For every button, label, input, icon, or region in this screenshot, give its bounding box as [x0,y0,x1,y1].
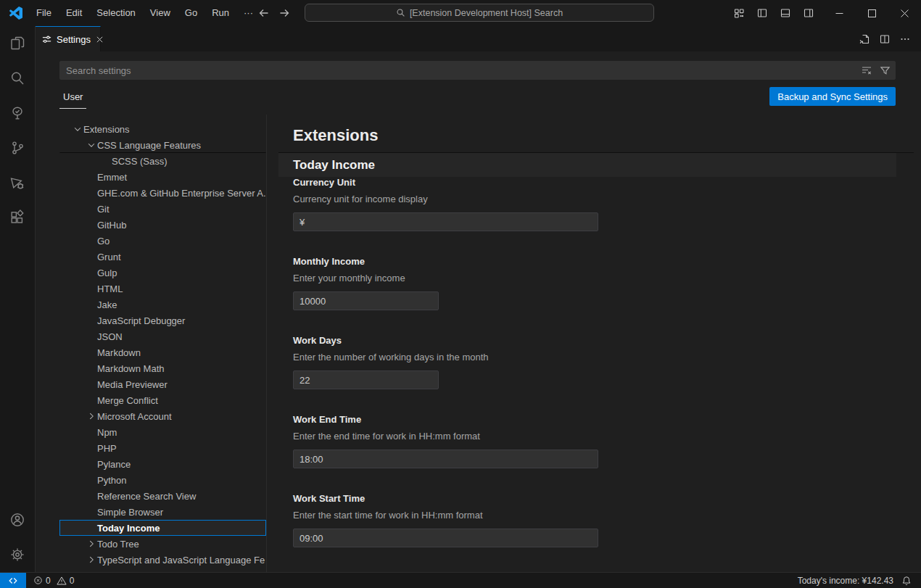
toc-item[interactable]: SCSS (Sass) [59,153,266,169]
toc-item-label: Emmet [97,172,127,183]
explorer-icon[interactable] [0,26,35,61]
filter-funnel-icon[interactable] [880,65,891,76]
toc-item[interactable]: Npm [59,424,266,440]
setting-value-input[interactable] [293,212,598,231]
scope-tab-user[interactable]: User [59,87,86,109]
accounts-icon[interactable] [0,502,35,537]
tab-settings[interactable]: Settings [36,26,101,51]
close-window-button[interactable] [888,0,921,26]
minimize-button[interactable] [823,0,856,26]
toc-item[interactable]: Git [59,201,266,217]
setting-description: Enter the start time for work in HH:mm f… [293,510,914,521]
toc-item[interactable]: Extensions [59,121,266,137]
tab-close-icon[interactable] [95,35,104,44]
settings-search-actions [861,61,891,80]
toc-item[interactable]: Gulp [59,265,266,281]
toc-item-label: Python [97,475,126,486]
menu-item[interactable]: Edit [59,0,89,26]
maximize-button[interactable] [856,0,888,26]
setting-value-input[interactable] [293,291,439,310]
editor-actions [859,26,921,51]
error-icon [33,576,43,585]
toc-item[interactable]: Merge Conflict [59,392,266,408]
toc-item[interactable]: Simple Browser [59,504,266,520]
clear-filters-icon[interactable] [861,65,872,76]
toc-item[interactable]: JSON [59,328,266,344]
extensions-view-icon[interactable] [0,200,35,235]
toc-item[interactable]: HTML [59,281,266,297]
toc-item-label: Merge Conflict [97,395,158,406]
warning-icon [57,576,67,586]
toc-item-label: GHE.com & GitHub Enterprise Server A... [97,188,266,199]
setting-label: Work Start Time [293,493,914,505]
setting-value-input[interactable] [293,450,598,468]
toc-item[interactable]: Jake [59,297,266,312]
menu-item-label: Run [212,7,229,18]
toc-item[interactable]: Microsoft Account [59,408,266,424]
toc-item[interactable]: GitHub [59,217,266,233]
toc-item[interactable]: Today Income [59,520,266,536]
titlebar-right [729,0,921,26]
toc-item[interactable]: GHE.com & GitHub Enterprise Server A... [59,185,266,201]
menu-item-label: Edit [66,7,82,18]
back-arrow-icon[interactable] [258,7,270,19]
settings-section-title: Today Income [278,153,896,177]
menu-item[interactable]: File [29,0,59,26]
toc-item[interactable]: Python [59,472,266,488]
toc-item-label: Extensions [83,124,130,135]
toc-item[interactable]: Markdown Math [59,360,266,376]
toggle-panel-icon[interactable] [775,0,796,26]
toc-item-label: Npm [97,427,117,438]
forward-arrow-icon[interactable] [278,7,290,19]
toc-item-label: TypeScript and JavaScript Language Fe... [97,555,266,566]
search-view-icon[interactable] [0,61,35,96]
toc-item[interactable]: Media Previewer [59,376,266,392]
menu-item[interactable]: Go [178,0,205,26]
todo-tree-view-icon[interactable] [0,96,35,131]
toc-item[interactable]: JavaScript Debugger [59,312,266,328]
manage-gear-icon[interactable] [0,537,35,572]
toc-item[interactable]: Emmet [59,169,266,185]
toc-item-label: SCSS (Sass) [112,156,168,167]
command-center-search[interactable]: [Extension Development Host] Search [305,4,654,22]
split-editor-icon[interactable] [879,33,891,45]
remote-indicator[interactable] [0,573,26,588]
history-navigation [258,0,290,26]
toggle-secondary-sidebar-icon[interactable] [798,0,819,26]
problems-status[interactable]: 0 0 [26,576,77,586]
toc-item[interactable]: TypeScript and JavaScript Language Fe... [59,552,266,568]
chevron-icon [86,554,97,566]
toc-item[interactable]: PHP [59,440,266,456]
open-settings-json-icon[interactable] [859,33,870,45]
settings-scope-row: User Backup and Sync Settings [59,87,896,110]
toggle-primary-sidebar-icon[interactable] [752,0,772,26]
menu-item[interactable]: ··· [236,0,260,26]
customize-layout-icon[interactable] [729,0,749,26]
toc-item[interactable]: CSS Language Features [59,137,266,153]
setting-item: Work End Time Enter the end time for wor… [293,414,914,468]
settings-search-input[interactable] [59,61,896,80]
menu-item-label: File [36,7,51,18]
more-actions-icon[interactable] [899,33,911,45]
notifications-bell-icon[interactable] [901,576,912,586]
toc-item[interactable]: Todo Tree [59,536,266,552]
source-control-icon[interactable] [0,131,35,165]
today-income-status[interactable]: Today's income: ¥142.43 [798,576,893,586]
chevron-icon [86,139,97,151]
menu-item[interactable]: Run [205,0,236,26]
window-controls [823,0,921,26]
toc-item[interactable]: Grunt [59,249,266,265]
toc-item[interactable]: Pylance [59,456,266,472]
menu-item[interactable]: Selection [89,0,142,26]
toc-item[interactable]: Reference Search View [59,488,266,504]
setting-value-input[interactable] [293,370,439,389]
settings-items: Currency Unit Currency unit for income d… [278,177,914,572]
toc-item-label: Grunt [97,252,121,262]
toc-item-label: Markdown [97,347,141,358]
run-and-debug-icon[interactable] [0,165,35,200]
backup-sync-settings-button[interactable]: Backup and Sync Settings [769,87,896,106]
setting-value-input[interactable] [293,529,598,547]
toc-item[interactable]: Go [59,233,266,249]
menu-item[interactable]: View [143,0,178,26]
toc-item[interactable]: Markdown [59,344,266,360]
